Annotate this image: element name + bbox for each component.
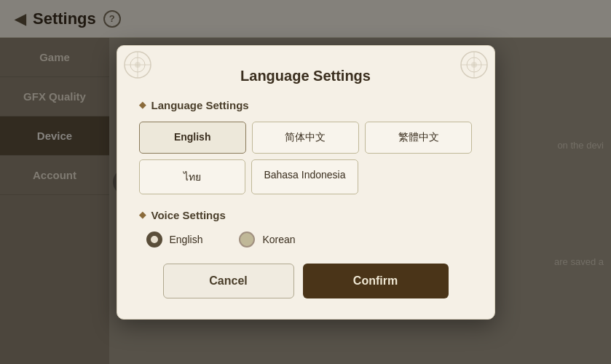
voice-option-korean[interactable]: Korean (239, 232, 295, 248)
voice-section-header: ◆ Voice Settings (139, 209, 473, 221)
lang-btn-bahasa[interactable]: Bahasa Indonesia (251, 159, 358, 194)
language-section-header: ◆ Language Settings (139, 99, 473, 111)
diamond-icon-lang: ◆ (139, 100, 146, 110)
dialog-title: Language Settings (139, 68, 473, 84)
radio-english (146, 232, 162, 248)
voice-section: ◆ Voice Settings English Korean (139, 209, 473, 248)
voice-options: English Korean (139, 232, 473, 248)
modal-overlay: Language Settings ◆ Language Settings En… (0, 0, 611, 364)
voice-label-korean: Korean (262, 234, 295, 245)
lang-btn-thai[interactable]: ไทย (139, 159, 246, 194)
corner-deco-tl (122, 49, 154, 81)
settings-page: ◀ Settings ? Game GFX Quality Device Acc… (0, 0, 611, 364)
voice-label-english: English (170, 234, 203, 245)
cancel-button[interactable]: Cancel (163, 264, 294, 298)
lang-btn-english[interactable]: English (139, 122, 246, 154)
voice-section-label: Voice Settings (151, 209, 226, 221)
corner-deco-tr (458, 49, 490, 81)
diamond-icon-voice: ◆ (139, 210, 146, 220)
language-settings-dialog: Language Settings ◆ Language Settings En… (117, 45, 495, 320)
radio-dot-english (151, 236, 158, 243)
confirm-button[interactable]: Confirm (303, 264, 449, 298)
dialog-buttons: Cancel Confirm (139, 264, 473, 298)
language-section-label: Language Settings (151, 99, 249, 111)
lang-btn-simplified[interactable]: 简体中文 (252, 122, 359, 154)
radio-korean (239, 232, 255, 248)
language-grid-row2: ไทย Bahasa Indonesia (139, 159, 358, 194)
language-grid-row1: English 简体中文 繁體中文 (139, 122, 473, 154)
lang-btn-traditional[interactable]: 繁體中文 (365, 122, 472, 154)
voice-option-english[interactable]: English (146, 232, 203, 248)
